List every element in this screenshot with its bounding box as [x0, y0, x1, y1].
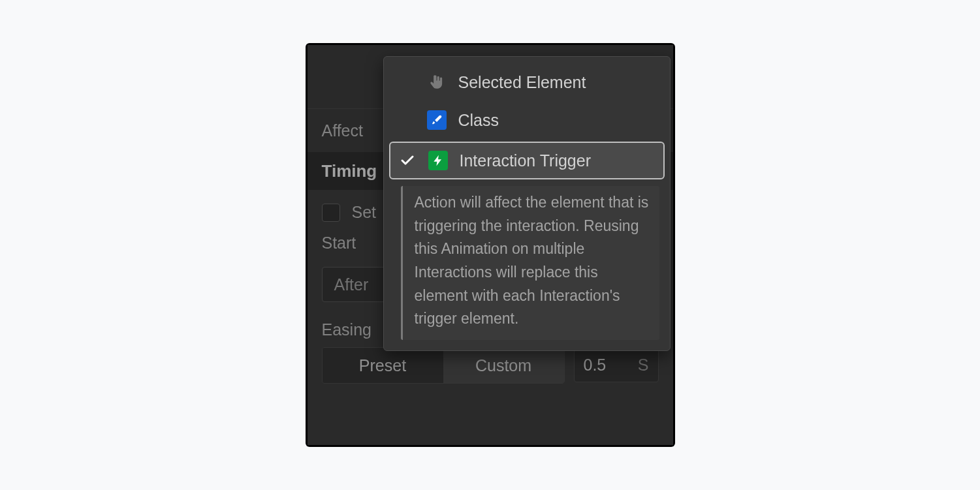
menu-item-label: Selected Element	[458, 73, 586, 92]
easing-custom-button[interactable]: Custom	[443, 348, 564, 383]
duration-field[interactable]: 0.5 S	[574, 347, 659, 382]
hand-icon	[427, 72, 447, 92]
easing-custom-label: Custom	[475, 356, 531, 375]
affect-target-dropdown: Selected Element Class Interaction Trigg…	[383, 56, 671, 351]
duration-unit: S	[638, 356, 649, 375]
easing-preset-label: Preset	[359, 356, 406, 375]
menu-item-label: Interaction Trigger	[460, 151, 592, 170]
menu-item-selected-element[interactable]: Selected Element	[384, 63, 670, 101]
menu-item-label: Class	[458, 111, 499, 130]
paintbrush-icon	[427, 110, 447, 130]
start-dropdown-value: After	[334, 275, 369, 294]
timing-section-header: Timing	[322, 161, 377, 181]
easing-mode-segmented: Preset Custom	[322, 347, 565, 384]
check-icon	[398, 153, 417, 168]
set-initial-state-checkbox[interactable]	[322, 204, 340, 222]
easing-label: Easing	[322, 320, 371, 339]
start-label: Start	[322, 234, 356, 252]
lightning-bolt-icon	[428, 151, 448, 170]
menu-item-class[interactable]: Class	[384, 101, 670, 139]
affect-label: Affect	[322, 121, 363, 140]
easing-preset-button[interactable]: Preset	[323, 348, 443, 383]
menu-item-interaction-trigger[interactable]: Interaction Trigger	[389, 142, 665, 179]
duration-value: 0.5	[584, 356, 607, 375]
menu-item-description: Action will affect the element that is t…	[401, 186, 659, 340]
set-label: Set	[352, 203, 377, 222]
